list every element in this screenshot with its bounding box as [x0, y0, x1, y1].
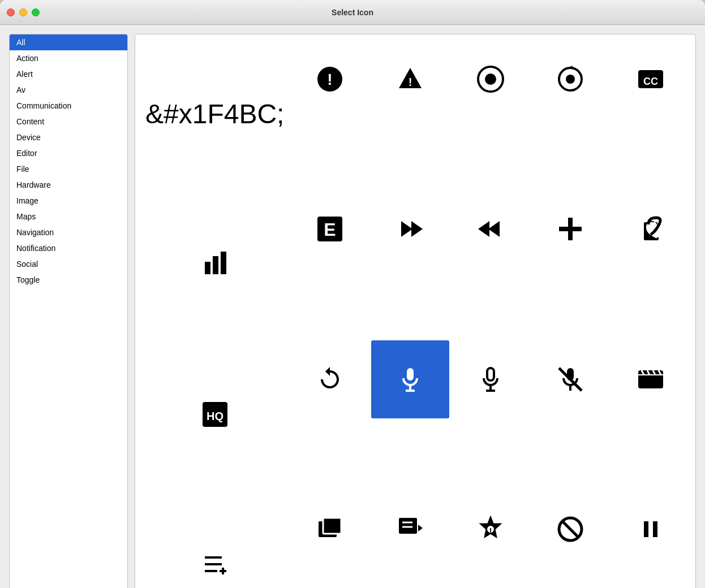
icon-cell-pause-mini[interactable] [612, 490, 690, 568]
maximize-button[interactable] [32, 8, 40, 16]
svg-line-53 [562, 521, 578, 537]
icon-cell-movie[interactable] [612, 340, 690, 418]
icon-grid: &#x1F4BC;!!CCEHQ!1Z [141, 40, 690, 588]
dialog-window: Select Icon AllActionAlertAvCommunicatio… [0, 0, 705, 588]
svg-text:HQ: HQ [207, 410, 223, 422]
minimize-button[interactable] [19, 8, 27, 16]
icon-cell-games[interactable] [532, 190, 610, 268]
sidebar-item-communication[interactable]: Communication [10, 98, 127, 114]
svg-rect-11 [205, 262, 210, 274]
svg-text:!: ! [328, 71, 333, 88]
category-sidebar: AllActionAlertAvCommunicationContentDevi… [9, 34, 128, 588]
sidebar-item-toggle[interactable]: Toggle [10, 272, 127, 288]
icon-cell-mic-off[interactable] [532, 340, 610, 418]
icon-cell-explicit[interactable]: E [291, 190, 369, 268]
svg-rect-31 [567, 368, 574, 381]
sidebar-item-alert[interactable]: Alert [10, 66, 127, 82]
svg-line-8 [570, 67, 573, 68]
svg-rect-45 [323, 518, 341, 534]
icon-cell-queue-add[interactable] [141, 490, 289, 588]
sidebar-item-editor[interactable]: Editor [10, 145, 127, 161]
icon-cell-error[interactable]: ! [291, 40, 369, 118]
svg-rect-55 [653, 521, 657, 537]
svg-marker-19 [478, 221, 489, 237]
sidebar-item-hardware[interactable]: Hardware [10, 177, 127, 193]
svg-rect-21 [559, 227, 582, 231]
icon-cell-warning[interactable]: ! [371, 40, 449, 118]
sidebar-item-social[interactable]: Social [10, 256, 127, 272]
traffic-lights [7, 8, 40, 16]
icon-cell-mic[interactable] [371, 340, 449, 418]
sidebar-item-navigation[interactable]: Navigation [10, 224, 127, 240]
sidebar-item-action[interactable]: Action [10, 50, 127, 66]
svg-marker-16 [401, 221, 412, 237]
svg-text:!: ! [489, 526, 492, 535]
icon-cell-briefcase[interactable]: &#x1F4BC; [141, 40, 289, 188]
sidebar-item-av[interactable]: Av [10, 82, 127, 98]
icon-cell-timer[interactable] [532, 40, 610, 118]
sidebar-item-all[interactable]: All [10, 34, 127, 50]
svg-marker-17 [411, 221, 423, 237]
svg-marker-47 [418, 525, 423, 531]
svg-rect-46 [399, 518, 417, 534]
icon-cell-hq[interactable]: HQ [141, 340, 289, 488]
svg-text:E: E [324, 219, 336, 240]
svg-text:CC: CC [643, 76, 658, 87]
sidebar-item-content[interactable]: Content [10, 114, 127, 129]
svg-rect-24 [407, 368, 414, 381]
icon-cell-radio-button[interactable] [452, 40, 530, 118]
icon-cell-queue-music[interactable] [371, 490, 449, 568]
svg-rect-27 [487, 368, 494, 381]
main-content: AllActionAlertAvCommunicationContentDevi… [0, 25, 705, 588]
icon-cell-closed-caption[interactable]: CC [612, 40, 690, 118]
sidebar-item-notification[interactable]: Notification [10, 240, 127, 256]
sidebar-item-device[interactable]: Device [10, 129, 127, 145]
sidebar-item-image[interactable]: Image [10, 193, 127, 209]
icon-cell-loop[interactable] [291, 340, 369, 418]
icon-cell-fast-forward[interactable] [371, 190, 449, 268]
title-bar: Select Icon [0, 0, 705, 25]
sidebar-item-maps[interactable]: Maps [10, 209, 127, 224]
window-title: Select Icon [332, 8, 373, 17]
icon-cell-new-releases[interactable]: ! [452, 490, 530, 568]
svg-text:!: ! [409, 76, 412, 88]
sidebar-item-file[interactable]: File [10, 161, 127, 177]
svg-rect-54 [644, 521, 648, 537]
icon-cell-bar-chart[interactable] [141, 190, 289, 338]
icon-cell-hearing[interactable] [612, 190, 690, 268]
icon-cell-mic-none[interactable] [452, 340, 530, 418]
svg-point-5 [485, 74, 496, 85]
icon-grid-container[interactable]: &#x1F4BC;!!CCEHQ!1Z [135, 34, 696, 588]
svg-rect-13 [221, 252, 226, 274]
icon-cell-block[interactable] [532, 490, 610, 568]
svg-rect-12 [213, 256, 218, 274]
icon-cell-queue[interactable] [291, 490, 369, 568]
svg-marker-18 [488, 221, 500, 237]
close-button[interactable] [7, 8, 15, 16]
svg-point-7 [566, 75, 575, 84]
icon-cell-rewind[interactable] [452, 190, 530, 268]
